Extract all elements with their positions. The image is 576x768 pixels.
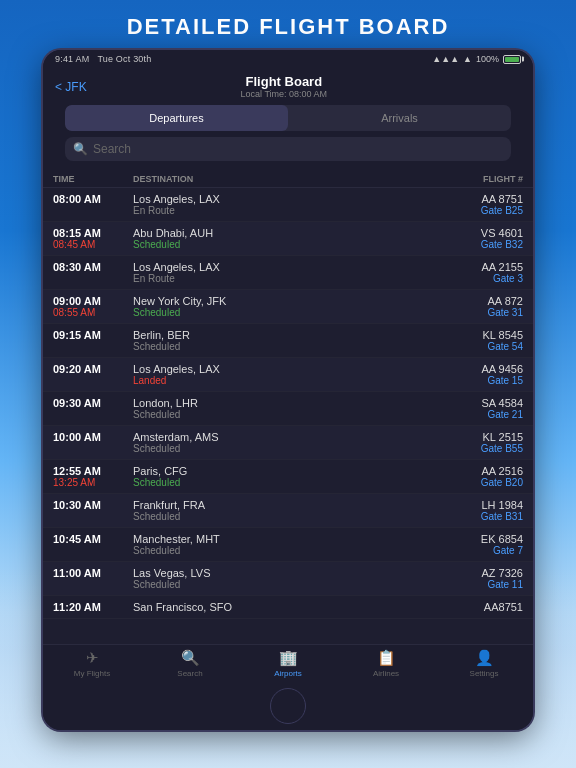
wifi-icon: ▲ (463, 54, 472, 64)
flight-row[interactable]: 12:55 AM13:25 AMParis, CFGScheduledAA 25… (43, 460, 533, 494)
flight-time-main: 09:15 AM (53, 329, 133, 341)
flight-time-sub: 08:45 AM (53, 239, 133, 250)
flight-time-main: 10:45 AM (53, 533, 133, 545)
flight-row[interactable]: 08:00 AMLos Angeles, LAXEn RouteAA 8751G… (43, 188, 533, 222)
flight-row[interactable]: 10:30 AMFrankfurt, FRAScheduledLH 1984Ga… (43, 494, 533, 528)
flight-dest-col: San Francisco, SFO (133, 601, 453, 613)
flight-number: AA 8751 (453, 193, 523, 205)
flight-time-col: 09:15 AM (53, 329, 133, 341)
flight-dest-main: Las Vegas, LVS (133, 567, 453, 579)
flight-status: Scheduled (133, 443, 453, 454)
flight-info-col: EK 6854Gate 7 (453, 533, 523, 556)
flight-time-col: 11:20 AM (53, 601, 133, 613)
flight-dest-main: New York City, JFK (133, 295, 453, 307)
home-button[interactable] (270, 688, 306, 724)
flight-gate: Gate 54 (453, 341, 523, 352)
flight-time-main: 11:20 AM (53, 601, 133, 613)
flight-info-col: KL 2515Gate B55 (453, 431, 523, 454)
flight-time-col: 10:00 AM (53, 431, 133, 443)
tab-airports-label: Airports (274, 669, 302, 678)
flight-time-col: 08:15 AM08:45 AM (53, 227, 133, 250)
tab-bar: ✈ My Flights 🔍 Search 🏢 Airports 📋 Airli… (43, 644, 533, 684)
flight-row[interactable]: 08:15 AM08:45 AMAbu Dhabi, AUHScheduledV… (43, 222, 533, 256)
flight-gate: Gate B32 (453, 239, 523, 250)
flight-time-main: 11:00 AM (53, 567, 133, 579)
my-flights-icon: ✈ (86, 649, 99, 667)
flight-row[interactable]: 10:45 AMManchester, MHTScheduledEK 6854G… (43, 528, 533, 562)
search-bar[interactable]: 🔍 Search (65, 137, 511, 161)
flight-dest-main: Berlin, BER (133, 329, 453, 341)
flight-row[interactable]: 09:20 AMLos Angeles, LAXLandedAA 9456Gat… (43, 358, 533, 392)
flight-info-col: AA 2516Gate B20 (453, 465, 523, 488)
flight-time-main: 10:30 AM (53, 499, 133, 511)
flight-gate: Gate B25 (453, 205, 523, 216)
battery-icon (503, 55, 521, 64)
search-input[interactable]: Search (93, 142, 503, 156)
flight-gate: Gate 31 (453, 307, 523, 318)
device-frame: 9:41 AM Tue Oct 30th ▲▲▲ ▲ 100% < JFK Fl… (43, 50, 533, 730)
flight-time-col: 10:45 AM (53, 533, 133, 545)
tab-my-flights[interactable]: ✈ My Flights (43, 649, 141, 678)
flight-dest-col: Los Angeles, LAXLanded (133, 363, 453, 386)
flight-dest-main: Manchester, MHT (133, 533, 453, 545)
tab-departures[interactable]: Departures (65, 105, 288, 131)
back-button[interactable]: < JFK (55, 80, 87, 94)
flight-number: KL 8545 (453, 329, 523, 341)
search-tab-icon: 🔍 (181, 649, 200, 667)
flight-dest-col: Berlin, BERScheduled (133, 329, 453, 352)
flight-dest-main: Los Angeles, LAX (133, 193, 453, 205)
table-header: Time Destination Flight # (43, 171, 533, 188)
tab-settings-label: Settings (470, 669, 499, 678)
tab-search-label: Search (177, 669, 202, 678)
flight-info-col: AA 2155Gate 3 (453, 261, 523, 284)
tab-settings[interactable]: 👤 Settings (435, 649, 533, 678)
flight-time-col: 09:00 AM08:55 AM (53, 295, 133, 318)
tab-airlines[interactable]: 📋 Airlines (337, 649, 435, 678)
flight-row[interactable]: 09:30 AMLondon, LHRScheduledSA 4584Gate … (43, 392, 533, 426)
status-right: ▲▲▲ ▲ 100% (432, 54, 521, 64)
flight-number: AA 2155 (453, 261, 523, 273)
flight-info-col: LH 1984Gate B31 (453, 499, 523, 522)
segment-control: Departures Arrivals (65, 105, 511, 131)
flight-dest-col: New York City, JFKScheduled (133, 295, 453, 318)
flight-number: AA 9456 (453, 363, 523, 375)
flight-info-col: KL 8545Gate 54 (453, 329, 523, 352)
flight-status: En Route (133, 273, 453, 284)
flight-row[interactable]: 10:00 AMAmsterdam, AMSScheduledKL 2515Ga… (43, 426, 533, 460)
flight-info-col: AA 8751Gate B25 (453, 193, 523, 216)
airlines-icon: 📋 (377, 649, 396, 667)
flight-dest-col: Frankfurt, FRAScheduled (133, 499, 453, 522)
flight-time-main: 09:00 AM (53, 295, 133, 307)
flight-number: AA8751 (453, 601, 523, 613)
flight-time-col: 11:00 AM (53, 567, 133, 579)
flight-row[interactable]: 11:00 AMLas Vegas, LVSScheduledAZ 7326Ga… (43, 562, 533, 596)
tab-airports[interactable]: 🏢 Airports (239, 649, 337, 678)
flight-info-col: SA 4584Gate 21 (453, 397, 523, 420)
flight-gate: Gate B55 (453, 443, 523, 454)
flights-list: 08:00 AMLos Angeles, LAXEn RouteAA 8751G… (43, 188, 533, 644)
flight-status: Scheduled (133, 579, 453, 590)
flight-info-col: AA 872Gate 31 (453, 295, 523, 318)
flight-gate: Gate 7 (453, 545, 523, 556)
tab-arrivals[interactable]: Arrivals (288, 105, 511, 131)
flight-gate: Gate 15 (453, 375, 523, 386)
airports-icon: 🏢 (279, 649, 298, 667)
flight-dest-col: London, LHRScheduled (133, 397, 453, 420)
header-title: Flight Board (241, 74, 328, 89)
tab-search[interactable]: 🔍 Search (141, 649, 239, 678)
flight-time-main: 09:20 AM (53, 363, 133, 375)
status-bar: 9:41 AM Tue Oct 30th ▲▲▲ ▲ 100% (43, 50, 533, 68)
flight-dest-col: Abu Dhabi, AUHScheduled (133, 227, 453, 250)
flight-row[interactable]: 09:15 AMBerlin, BERScheduledKL 8545Gate … (43, 324, 533, 358)
flight-time-main: 09:30 AM (53, 397, 133, 409)
flight-status: Scheduled (133, 477, 453, 488)
flight-time-col: 08:00 AM (53, 193, 133, 205)
flight-row[interactable]: 08:30 AMLos Angeles, LAXEn RouteAA 2155G… (43, 256, 533, 290)
flight-dest-main: San Francisco, SFO (133, 601, 453, 613)
flight-dest-main: London, LHR (133, 397, 453, 409)
flight-info-col: AZ 7326Gate 11 (453, 567, 523, 590)
flight-row[interactable]: 11:20 AMSan Francisco, SFOAA8751 (43, 596, 533, 619)
flight-row[interactable]: 09:00 AM08:55 AMNew York City, JFKSchedu… (43, 290, 533, 324)
col-header-destination: Destination (133, 174, 453, 184)
flight-time-col: 10:30 AM (53, 499, 133, 511)
